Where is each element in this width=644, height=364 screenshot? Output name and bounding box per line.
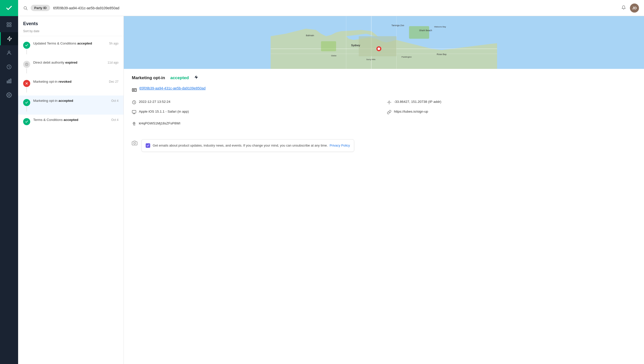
event-text-2: Direct debit authority expired <box>33 60 105 65</box>
svg-rect-21 <box>409 26 429 39</box>
map-container: Sydney Shark Beach Watsons Bay Taronga Z… <box>124 16 644 69</box>
consent-text: Get emails about product updates, indust… <box>153 143 350 148</box>
event-time-4: Oct 4 <box>111 99 118 103</box>
svg-point-4 <box>8 51 10 53</box>
sidebar-item-chart[interactable] <box>0 74 18 87</box>
event-time-5: Oct 4 <box>111 118 118 122</box>
lightning-icon <box>194 75 198 81</box>
event-content-2: Direct debit authority expired <box>33 60 105 65</box>
detail-status: accepted <box>170 75 189 80</box>
sidebar-logo[interactable] <box>0 0 18 16</box>
svg-rect-0 <box>7 23 9 24</box>
coordinates-value: -33.86427, 151.20738 (IP addr) <box>394 100 441 104</box>
event-connector-line <box>26 87 27 93</box>
event-item[interactable]: Terms & Conditions accepted Oct 4 <box>18 115 124 128</box>
link-icon <box>387 110 391 115</box>
sidebar-item-clock[interactable] <box>0 60 18 73</box>
svg-point-40 <box>134 142 135 144</box>
sidebar-item-users[interactable] <box>0 46 18 59</box>
bell-icon[interactable] <box>621 5 626 11</box>
consent-section: Get emails about product updates, indust… <box>132 135 636 152</box>
camera-icon <box>132 140 137 147</box>
event-item[interactable]: Marketing opt-in accepted Oct 4 <box>18 96 124 115</box>
url-row: https://tubes.io/sign-up <box>387 110 636 115</box>
svg-text:Surry Hills: Surry Hills <box>366 58 375 61</box>
fingerprint-row: kHqPGWS1Mj18sZFsP8WI <box>132 121 636 127</box>
detail-panel: Sydney Shark Beach Watsons Bay Taronga Z… <box>124 16 644 364</box>
detail-content: Marketing opt-in accepted <box>124 69 644 364</box>
event-icon-col-5 <box>23 118 30 125</box>
event-text-1: Updated Terms & Conditions accepted <box>33 41 106 46</box>
sort-label: Sort by date <box>18 28 124 36</box>
svg-text:Sydney: Sydney <box>351 44 360 47</box>
event-icon-col-4 <box>23 99 30 112</box>
party-id-link[interactable]: 65f09b39-aa94-431c-ae5b-da9109e850ad <box>139 86 206 90</box>
consent-body: Get emails about product updates, indust… <box>153 144 328 147</box>
map-image: Sydney Shark Beach Watsons Bay Taronga Z… <box>124 16 644 69</box>
content-area: Events Sort by date Updated Terms & Cond… <box>18 16 644 364</box>
svg-text:Glebe: Glebe <box>331 55 337 57</box>
event-connector-line <box>26 107 27 112</box>
detail-title: Marketing opt-in accepted <box>132 75 636 81</box>
event-content-5: Terms & Conditions accepted <box>33 118 108 122</box>
event-time-1: 5h ago <box>109 42 118 45</box>
sidebar <box>0 0 18 364</box>
event-status-icon-revoked-3 <box>23 80 30 87</box>
svg-text:Rose Bay: Rose Bay <box>437 53 447 56</box>
location-icon <box>387 100 391 106</box>
svg-rect-23 <box>359 36 396 56</box>
sidebar-item-settings[interactable] <box>0 88 18 102</box>
svg-point-36 <box>133 89 134 90</box>
detail-title-prefix: Marketing opt-in <box>132 75 165 80</box>
event-connector-line <box>26 68 27 73</box>
event-item[interactable]: Direct debit authority expired 11d ago <box>18 57 124 76</box>
svg-text:Balmain: Balmain <box>306 34 314 37</box>
svg-rect-7 <box>9 80 10 83</box>
event-connector-line <box>26 49 27 54</box>
detail-grid: 2022-12-27 13:52:24 -33.86427, 151.20738… <box>132 100 636 115</box>
privacy-policy-link[interactable]: Privacy Policy <box>330 144 350 147</box>
fingerprint-icon <box>132 122 136 127</box>
event-status-icon-accepted-5 <box>23 118 30 125</box>
event-item[interactable]: Updated Terms & Conditions accepted 5h a… <box>18 38 124 57</box>
party-id-badge[interactable]: Party ID <box>31 5 50 11</box>
svg-rect-35 <box>132 88 137 92</box>
consent-checkbox-icon <box>146 143 150 148</box>
avatar[interactable]: JD <box>630 4 639 13</box>
events-panel: Events Sort by date Updated Terms & Cond… <box>18 16 124 364</box>
search-value: 65f09b39-aa94-431c-ae5b-da9109e850ad <box>53 6 618 10</box>
svg-rect-6 <box>7 81 8 83</box>
event-content-1: Updated Terms & Conditions accepted <box>33 41 106 46</box>
clock-icon <box>132 100 136 106</box>
event-icon-col-2 <box>23 61 30 73</box>
svg-rect-22 <box>321 41 336 51</box>
svg-point-25 <box>378 48 380 50</box>
svg-text:Shark Beach: Shark Beach <box>419 29 432 32</box>
event-status-icon-expired-2 <box>23 61 30 68</box>
header: Party ID 65f09b39-aa94-431c-ae5b-da9109e… <box>18 0 644 16</box>
timestamp-row: 2022-12-27 13:52:24 <box>132 100 381 106</box>
main-container: Party ID 65f09b39-aa94-431c-ae5b-da9109e… <box>18 0 644 364</box>
event-content-4: Marketing opt-in accepted <box>33 99 108 103</box>
url-value: https://tubes.io/sign-up <box>394 110 428 113</box>
svg-rect-2 <box>7 25 9 27</box>
header-right: JD <box>621 4 639 13</box>
events-title: Events <box>18 16 124 28</box>
svg-rect-8 <box>10 79 11 83</box>
svg-text:Watsons Bay: Watsons Bay <box>434 26 446 28</box>
search-icon[interactable] <box>23 6 28 10</box>
events-list: Updated Terms & Conditions accepted 5h a… <box>18 36 124 130</box>
sidebar-navigation <box>0 16 18 105</box>
id-card-icon <box>132 87 137 94</box>
sidebar-item-dashboard[interactable] <box>0 18 18 31</box>
svg-text:Taronga Zoo: Taronga Zoo <box>391 24 404 27</box>
sidebar-item-activity[interactable] <box>0 32 18 45</box>
event-icon-col-1 <box>23 42 30 54</box>
event-text-5: Terms & Conditions accepted <box>33 118 108 122</box>
device-value: Apple iOS 15.1.1 - Safari (in app) <box>139 110 189 113</box>
event-time-3: Dec 27 <box>109 80 118 83</box>
event-text-3: Marketing opt-in revoked <box>33 79 106 84</box>
event-item[interactable]: Marketing opt-in revoked Dec 27 <box>18 76 124 96</box>
svg-rect-39 <box>132 110 136 113</box>
svg-point-38 <box>388 102 390 103</box>
